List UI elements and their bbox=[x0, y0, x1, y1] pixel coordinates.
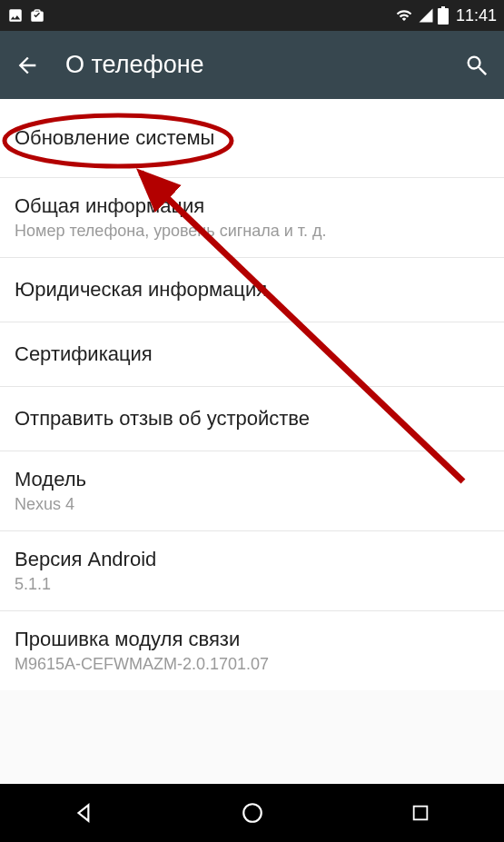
back-arrow-icon[interactable] bbox=[15, 53, 40, 78]
item-subtitle: M9615A-CEFWMAZM-2.0.1701.07 bbox=[15, 655, 489, 674]
svg-rect-1 bbox=[413, 807, 427, 820]
wifi-icon bbox=[394, 7, 414, 24]
settings-list: Обновление системы Общая информация Номе… bbox=[0, 99, 504, 690]
item-subtitle: 5.1.1 bbox=[15, 575, 489, 594]
status-left bbox=[7, 7, 45, 24]
nav-home-button[interactable] bbox=[212, 791, 293, 835]
page-title: О телефоне bbox=[65, 51, 439, 79]
item-subtitle: Nexus 4 bbox=[15, 495, 489, 514]
status-time: 11:41 bbox=[456, 6, 497, 25]
nav-back-button[interactable] bbox=[44, 791, 125, 835]
battery-icon bbox=[438, 6, 449, 25]
item-certification[interactable]: Сертификация bbox=[0, 322, 504, 387]
nav-recent-button[interactable] bbox=[380, 791, 461, 835]
item-title: Модель bbox=[15, 468, 489, 491]
picture-icon bbox=[7, 7, 24, 24]
item-general-info[interactable]: Общая информация Номер телефона, уровень… bbox=[0, 178, 504, 258]
item-send-feedback[interactable]: Отправить отзыв об устройстве bbox=[0, 387, 504, 451]
item-title: Прошивка модуля связи bbox=[15, 628, 489, 651]
item-title: Юридическая информация bbox=[15, 278, 489, 302]
shopping-icon bbox=[29, 7, 45, 24]
item-baseband-version[interactable]: Прошивка модуля связи M9615A-CEFWMAZM-2.… bbox=[0, 611, 504, 690]
item-title: Общая информация bbox=[15, 194, 489, 218]
item-subtitle: Номер телефона, уровень сигнала и т. д. bbox=[15, 222, 489, 241]
svg-point-0 bbox=[243, 804, 262, 822]
item-title: Сертификация bbox=[15, 342, 489, 366]
item-legal-info[interactable]: Юридическая информация bbox=[0, 258, 504, 322]
item-model[interactable]: Модель Nexus 4 bbox=[0, 451, 504, 531]
item-android-version[interactable]: Версия Android 5.1.1 bbox=[0, 531, 504, 611]
signal-icon bbox=[418, 7, 434, 24]
app-bar: О телефоне bbox=[0, 31, 504, 99]
item-system-update[interactable]: Обновление системы bbox=[0, 99, 504, 178]
nav-bar bbox=[0, 784, 504, 842]
status-bar: 11:41 bbox=[0, 0, 504, 31]
item-title: Версия Android bbox=[15, 548, 489, 571]
status-right: 11:41 bbox=[394, 6, 497, 25]
item-title: Обновление системы bbox=[15, 126, 489, 150]
search-icon[interactable] bbox=[464, 53, 489, 78]
item-title: Отправить отзыв об устройстве bbox=[15, 407, 489, 431]
